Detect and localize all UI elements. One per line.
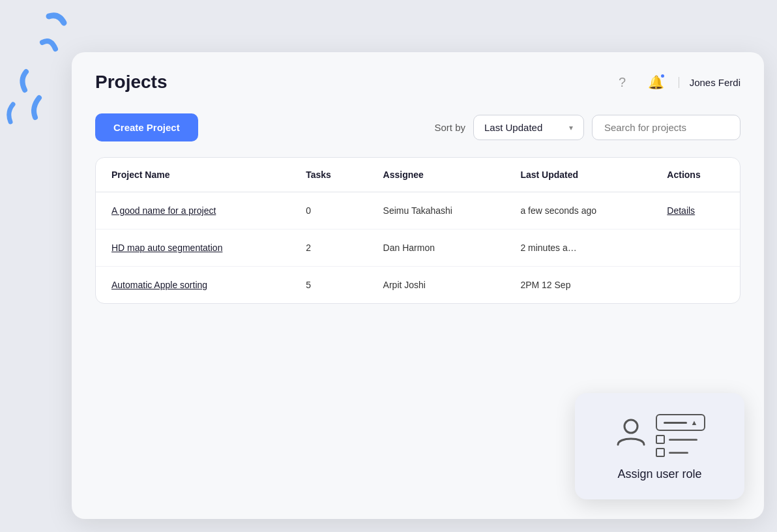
cell-actions (651, 267, 740, 304)
sort-section: Sort by Last Updated ▾ (434, 115, 740, 140)
help-icon: ? (619, 75, 626, 90)
sort-dropdown[interactable]: Last Updated ▾ (473, 115, 584, 140)
col-tasks: Tasks (290, 158, 367, 192)
cell-project-name: Automatic Apple sorting (96, 267, 290, 304)
cell-assignee: Seimu Takahashi (368, 192, 505, 229)
assign-user-role-tooltip: ▲ Assign user role (575, 393, 744, 499)
list-row-2 (656, 448, 706, 457)
table-header-icon: ▲ (656, 414, 706, 431)
main-card: Projects ? 🔔 Jones Ferdi Create Project … (72, 52, 764, 519)
create-project-button[interactable]: Create Project (95, 113, 198, 141)
table-row: Automatic Apple sorting 5 Arpit Joshi 2P… (96, 267, 740, 304)
projects-table-container: Project Name Tasks Assignee Last Updated… (95, 157, 740, 304)
splash-decoration (7, 7, 78, 137)
cell-tasks: 5 (290, 267, 367, 304)
cell-assignee: Arpit Joshi (368, 267, 505, 304)
help-button[interactable]: ? (611, 70, 634, 94)
svg-point-0 (624, 420, 638, 433)
cell-last-updated: 2PM 12 Sep (505, 267, 651, 304)
col-actions: Actions (651, 158, 740, 192)
cell-project-name: A good name for a project (96, 192, 290, 229)
page-title: Projects (95, 72, 168, 93)
projects-table: Project Name Tasks Assignee Last Updated… (96, 158, 740, 303)
col-project-name: Project Name (96, 158, 290, 192)
list-row-1 (656, 435, 706, 444)
col-last-updated: Last Updated (505, 158, 651, 192)
chevron-down-icon: ▾ (569, 123, 573, 132)
cell-actions (651, 229, 740, 267)
list-icon: ▲ (656, 414, 706, 457)
project-name-link[interactable]: A good name for a project (111, 205, 216, 216)
checkbox-icon (656, 448, 665, 457)
table-header-row: Project Name Tasks Assignee Last Updated… (96, 158, 740, 192)
header: Projects ? 🔔 Jones Ferdi (72, 52, 764, 100)
notification-dot (660, 73, 666, 79)
cell-tasks: 2 (290, 229, 367, 267)
cell-last-updated: 2 minutes a… (505, 229, 651, 267)
notifications-button[interactable]: 🔔 (645, 70, 668, 94)
sort-selected-value: Last Updated (484, 122, 542, 133)
cell-last-updated: a few seconds ago (505, 192, 651, 229)
tooltip-icons: ▲ (614, 414, 706, 457)
cell-project-name: HD map auto segmentation (96, 229, 290, 267)
search-input[interactable] (592, 115, 740, 140)
chevron-up-icon: ▲ (691, 419, 698, 426)
project-name-link[interactable]: HD map auto segmentation (111, 243, 222, 253)
details-link[interactable]: Details (667, 205, 695, 216)
table-row: A good name for a project 0 Seimu Takaha… (96, 192, 740, 229)
checkbox-icon (656, 435, 665, 444)
user-name-display: Jones Ferdi (679, 77, 740, 88)
table-row: HD map auto segmentation 2 Dan Harmon 2 … (96, 229, 740, 267)
project-name-link[interactable]: Automatic Apple sorting (111, 280, 207, 290)
person-icon (614, 415, 648, 456)
header-actions: ? 🔔 Jones Ferdi (611, 70, 740, 94)
sort-label: Sort by (434, 122, 465, 133)
toolbar: Create Project Sort by Last Updated ▾ (72, 100, 764, 157)
cell-actions: Details (651, 192, 740, 229)
cell-tasks: 0 (290, 192, 367, 229)
tooltip-label: Assign user role (617, 467, 701, 481)
cell-assignee: Dan Harmon (368, 229, 505, 267)
col-assignee: Assignee (368, 158, 505, 192)
